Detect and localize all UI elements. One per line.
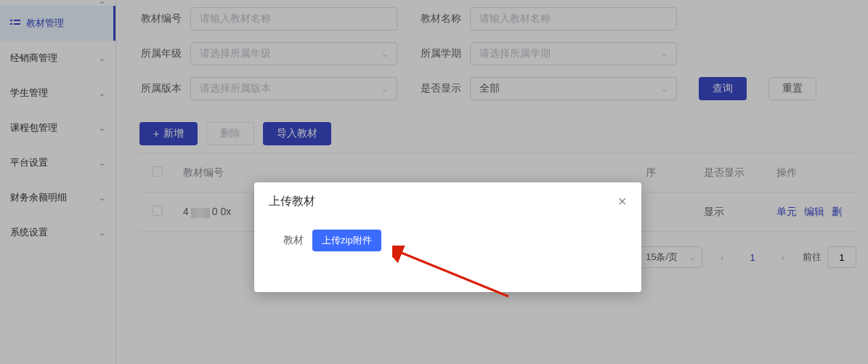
- close-icon[interactable]: ✕: [617, 195, 627, 209]
- modal-header: 上传教材 ✕: [254, 182, 641, 215]
- modal-title: 上传教材: [269, 194, 315, 209]
- modal-body: 教材 上传zip附件: [254, 215, 641, 292]
- modal-field-label: 教材: [283, 234, 304, 247]
- watermark: CSDN @hanzhuhuaa: [778, 352, 862, 363]
- upload-modal: 上传教材 ✕ 教材 上传zip附件: [254, 182, 641, 292]
- upload-zip-button[interactable]: 上传zip附件: [312, 230, 381, 251]
